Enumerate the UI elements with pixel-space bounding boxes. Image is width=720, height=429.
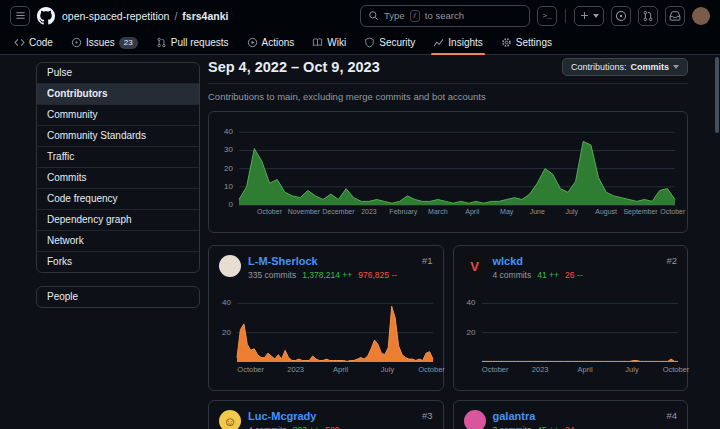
additions-count: 1,378,214 ++ — [302, 270, 352, 280]
filter-label: Contributions: — [571, 62, 627, 72]
contributor-stats: 4 commits 893 ++ 580 -- — [248, 425, 347, 429]
sidebar-item-people[interactable]: People — [37, 287, 199, 307]
contributor-card: #4 galantra 3 commits 45 ++ 24 -- — [453, 400, 689, 429]
active-tab-indicator — [431, 53, 484, 55]
tab-wiki[interactable]: Wiki — [304, 31, 354, 54]
sidebar-item-commits[interactable]: Commits — [37, 167, 199, 188]
breadcrumb-separator: / — [174, 10, 177, 22]
tab-label: Insights — [448, 37, 482, 48]
tab-actions[interactable]: Actions — [239, 31, 303, 54]
sidebar-item-network[interactable]: Network — [37, 230, 199, 251]
deletions-count: 24 -- — [565, 425, 582, 429]
repo-nav: Code Issues 23 Pull requests Actions Wik… — [0, 31, 720, 55]
inbox-button[interactable] — [665, 6, 685, 26]
github-logo-icon[interactable] — [37, 7, 55, 25]
github-insights-page: open-spaced-repetition / fsrs4anki Type … — [0, 0, 720, 429]
graph-icon — [433, 37, 444, 48]
tab-label: Settings — [516, 37, 552, 48]
commit-count: 4 commits — [493, 270, 532, 280]
tab-settings[interactable]: Settings — [493, 31, 560, 54]
date-range-title: Sep 4, 2022 – Oct 9, 2023 — [208, 59, 380, 75]
hamburger-menu-button[interactable] — [10, 6, 30, 26]
contributor-avatar[interactable]: V — [464, 255, 486, 277]
git-pull-request-icon — [642, 10, 654, 22]
sidebar-item-code-frequency[interactable]: Code frequency — [37, 188, 199, 209]
contributions-filter-button[interactable]: Contributions: Commits — [562, 58, 688, 76]
tab-code[interactable]: Code — [6, 31, 61, 54]
header-divider — [565, 9, 566, 23]
contributor-stats: 335 commits 1,378,214 ++ 976,825 -- — [248, 270, 397, 280]
shield-icon — [364, 37, 375, 48]
tab-issues[interactable]: Issues 23 — [63, 31, 146, 54]
contributor-name-link[interactable]: wlckd — [493, 255, 583, 267]
contributor-meta: galantra 3 commits 45 ++ 24 -- — [493, 410, 583, 429]
filter-value: Commits — [630, 62, 669, 72]
search-placeholder-prefix: Type — [384, 10, 405, 21]
sidebar-item-forks[interactable]: Forks — [37, 251, 199, 272]
contributor-graph — [237, 296, 433, 362]
avatar-glyph: V — [470, 259, 479, 274]
deletions-count: 976,825 -- — [358, 270, 397, 280]
contributor-meta: Luc-Mcgrady 4 commits 893 ++ 580 -- — [248, 410, 347, 429]
title-row: Sep 4, 2022 – Oct 9, 2023 Contributions:… — [208, 58, 688, 84]
contributor-name-link[interactable]: Luc-Mcgrady — [248, 410, 347, 422]
contributor-name-link[interactable]: L-M-Sherlock — [248, 255, 397, 267]
sidebar-item-community-standards[interactable]: Community Standards — [37, 125, 199, 146]
plus-icon — [579, 10, 590, 21]
terminal-icon: >_ — [542, 11, 552, 20]
breadcrumb-org-link[interactable]: open-spaced-repetition — [62, 10, 169, 22]
tab-pull-requests[interactable]: Pull requests — [148, 31, 237, 54]
issue-opened-icon — [71, 37, 82, 48]
contributor-meta: wlckd 4 commits 41 ++ 26 -- — [493, 255, 583, 280]
scrollbar-thumb[interactable] — [715, 57, 719, 133]
sidebar-item-dependency-graph[interactable]: Dependency graph — [37, 209, 199, 230]
contributor-rank: #4 — [666, 410, 677, 421]
caret-down-icon — [593, 14, 599, 18]
issue-opened-icon — [615, 10, 627, 22]
tab-label: Security — [379, 37, 415, 48]
contributor-avatar[interactable]: ☺ — [219, 410, 241, 429]
people-box: People — [36, 286, 200, 308]
issues-button[interactable] — [611, 6, 631, 26]
search-placeholder-suffix: to search — [425, 10, 464, 21]
contributor-name-link[interactable]: galantra — [493, 410, 583, 422]
sidebar-item-community[interactable]: Community — [37, 104, 199, 125]
contributor-stats: 4 commits 41 ++ 26 -- — [493, 270, 583, 280]
deletions-count: 26 -- — [565, 270, 582, 280]
contributor-card-header: L-M-Sherlock 335 commits 1,378,214 ++ 97… — [209, 246, 443, 280]
contributor-rank: #2 — [666, 255, 677, 266]
contributor-card-header: V wlckd 4 commits 41 ++ 26 -- — [454, 246, 688, 280]
tab-label: Code — [29, 37, 53, 48]
tab-security[interactable]: Security — [356, 31, 423, 54]
user-avatar[interactable] — [692, 7, 710, 25]
hamburger-icon — [15, 10, 26, 21]
contributor-meta: L-M-Sherlock 335 commits 1,378,214 ++ 97… — [248, 255, 397, 280]
contributor-avatar[interactable] — [219, 255, 241, 277]
pull-requests-button[interactable] — [638, 6, 658, 26]
code-icon — [14, 37, 25, 48]
contributions-subtitle: Contributions to main, excluding merge c… — [208, 91, 688, 102]
breadcrumb-repo-link[interactable]: fsrs4anki — [182, 10, 228, 22]
x-axis: October2023AprilJulyOctober — [482, 365, 678, 375]
search-input[interactable]: Type / to search — [360, 5, 530, 27]
sidebar-item-pulse[interactable]: Pulse — [37, 63, 199, 83]
app-header: open-spaced-repetition / fsrs4anki Type … — [0, 0, 720, 31]
inbox-icon — [669, 10, 681, 22]
tab-label: Pull requests — [171, 37, 229, 48]
additions-count: 41 ++ — [537, 270, 559, 280]
sidebar-item-traffic[interactable]: Traffic — [37, 146, 199, 167]
commit-count: 335 commits — [248, 270, 296, 280]
sidebar-list: Pulse Contributors Community Community S… — [36, 62, 200, 273]
tab-insights[interactable]: Insights — [425, 31, 490, 54]
additions-count: 893 ++ — [293, 425, 319, 429]
tab-label: Wiki — [327, 37, 346, 48]
contributor-avatar[interactable] — [464, 410, 486, 429]
contributor-card-header: ☺ Luc-Mcgrady 4 commits 893 ++ 580 -- — [209, 401, 443, 429]
create-new-button[interactable] — [574, 6, 604, 26]
contributor-stats: 3 commits 45 ++ 24 -- — [493, 425, 583, 429]
deletions-count: 580 -- — [325, 425, 347, 429]
commit-count: 4 commits — [248, 425, 287, 429]
contributor-rank: #1 — [422, 255, 433, 266]
sidebar-item-contributors[interactable]: Contributors — [37, 83, 199, 104]
command-palette-button[interactable]: >_ — [537, 6, 557, 26]
